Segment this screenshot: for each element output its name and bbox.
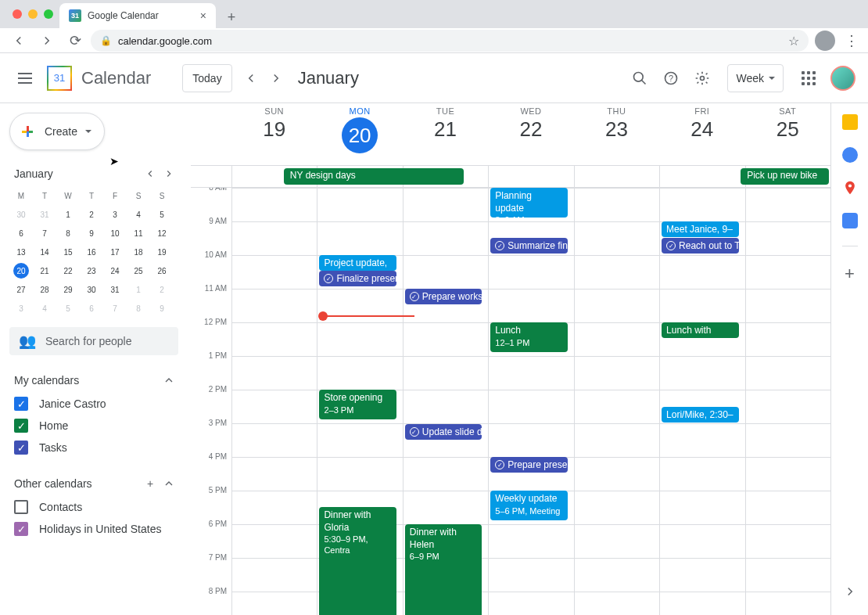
day-column[interactable]: Project update, 10Store opening2–3 PMDin…: [317, 188, 402, 615]
calendar-checkbox[interactable]: ✓: [14, 419, 28, 433]
mini-next-button[interactable]: [160, 164, 178, 183]
calendar-item[interactable]: ✓Tasks: [9, 437, 178, 459]
event[interactable]: Weekly update5–6 PM, Meeting r: [490, 491, 567, 520]
close-window-icon[interactable]: [13, 9, 22, 19]
mini-day-cell[interactable]: 16: [80, 243, 103, 261]
forward-button[interactable]: [34, 28, 59, 53]
event[interactable]: Dinner with Helen6–9 PM: [405, 524, 482, 615]
calendar-checkbox[interactable]: [14, 500, 28, 514]
mini-day-cell[interactable]: 7: [103, 299, 127, 318]
day-column[interactable]: [574, 188, 659, 615]
task-item[interactable]: ✓Reach out to To: [662, 238, 738, 254]
bookmark-star-icon[interactable]: ☆: [788, 34, 799, 49]
mini-day-cell[interactable]: 12: [150, 224, 174, 243]
mini-day-cell[interactable]: 6: [9, 224, 33, 243]
mini-day-cell[interactable]: 28: [33, 280, 56, 299]
window-controls[interactable]: [6, 0, 59, 28]
allday-cell[interactable]: [488, 166, 573, 187]
mini-day-cell[interactable]: 20: [13, 263, 29, 279]
view-selector[interactable]: Week: [727, 64, 784, 92]
search-people-input[interactable]: 👥 Search for people: [9, 327, 178, 355]
mini-day-cell[interactable]: 10: [103, 224, 127, 243]
hide-side-panel-button[interactable]: [843, 584, 857, 602]
event[interactable]: Lunch with Noah,: [662, 322, 738, 338]
day-column[interactable]: Planning update8–9 AM, ConferenceLunch12…: [488, 188, 573, 615]
mini-day-cell[interactable]: 30: [9, 205, 33, 224]
calendar-checkbox[interactable]: ✓: [14, 441, 28, 455]
mini-day-cell[interactable]: 11: [127, 224, 150, 243]
day-header[interactable]: TUE21: [403, 103, 488, 165]
calendar-checkbox[interactable]: ✓: [14, 397, 28, 411]
day-column[interactable]: [231, 188, 317, 615]
event[interactable]: Planning update8–9 AM, Conference: [490, 188, 567, 218]
calendar-item[interactable]: ✓Home: [9, 415, 178, 437]
today-button[interactable]: Today: [182, 64, 231, 92]
mini-calendar[interactable]: MTWTFSS303112345678910111213141516171819…: [9, 186, 178, 318]
mini-day-cell[interactable]: 4: [33, 299, 56, 318]
mini-day-cell[interactable]: 31: [103, 280, 127, 299]
maximize-window-icon[interactable]: [44, 9, 53, 19]
task-item[interactable]: ✓Prepare present: [490, 457, 567, 473]
reload-button[interactable]: ⟳: [63, 28, 88, 53]
event[interactable]: Lori/Mike, 2:30–3: [662, 407, 738, 423]
calendar-checkbox[interactable]: ✓: [14, 522, 28, 536]
mini-day-cell[interactable]: 7: [33, 224, 56, 243]
maps-icon[interactable]: [842, 180, 858, 196]
mini-day-cell[interactable]: 25: [127, 261, 150, 280]
day-column[interactable]: [745, 188, 830, 615]
mini-day-cell[interactable]: 5: [150, 205, 174, 224]
mini-day-cell[interactable]: 1: [127, 280, 150, 299]
day-header[interactable]: SAT25: [745, 103, 830, 165]
create-button[interactable]: Create: [9, 113, 105, 150]
mini-day-cell[interactable]: 29: [56, 280, 80, 299]
new-tab-button[interactable]: +: [221, 6, 242, 28]
task-item[interactable]: ✓Update slide de: [405, 424, 482, 440]
event[interactable]: Lunch12–1 PM: [490, 322, 567, 352]
mini-day-cell[interactable]: 9: [80, 224, 103, 243]
mini-day-cell[interactable]: 31: [33, 205, 56, 224]
task-item[interactable]: ✓Prepare worksh: [405, 289, 482, 304]
mini-day-cell[interactable]: 9: [150, 299, 174, 318]
chrome-profile-avatar[interactable]: [815, 31, 835, 51]
back-button[interactable]: [6, 28, 31, 53]
day-header[interactable]: THU23: [574, 103, 659, 165]
calendar-item[interactable]: ✓Janice Castro: [9, 393, 178, 415]
calendar-logo[interactable]: 31: [44, 63, 75, 94]
day-column[interactable]: Dinner with Helen6–9 PM✓Prepare worksh✓U…: [403, 188, 488, 615]
browser-tab[interactable]: 31 Google Calendar ×: [59, 3, 216, 28]
event[interactable]: Project update, 10: [319, 255, 396, 271]
add-addon-button[interactable]: +: [845, 264, 855, 284]
support-button[interactable]: ?: [655, 63, 687, 94]
account-avatar[interactable]: [830, 66, 855, 91]
mini-day-cell[interactable]: 14: [33, 243, 56, 261]
mini-day-cell[interactable]: 23: [80, 261, 103, 280]
mini-prev-button[interactable]: [141, 164, 160, 183]
tab-close-icon[interactable]: ×: [200, 9, 206, 22]
task-item[interactable]: ✓Finalize present: [319, 271, 396, 286]
next-period-button[interactable]: [264, 66, 289, 91]
calendar-item[interactable]: ✓Holidays in United States: [9, 518, 178, 540]
mini-day-cell[interactable]: 22: [56, 261, 80, 280]
allday-event[interactable]: Pick up new bike: [741, 168, 829, 185]
mini-day-cell[interactable]: 30: [80, 280, 103, 299]
search-button[interactable]: [624, 63, 655, 94]
mini-day-cell[interactable]: 4: [127, 205, 150, 224]
mini-day-cell[interactable]: 26: [150, 261, 174, 280]
day-header[interactable]: WED22: [488, 103, 573, 165]
contacts-icon[interactable]: [842, 213, 858, 228]
mini-day-cell[interactable]: 3: [9, 299, 33, 318]
mini-day-cell[interactable]: 8: [127, 299, 150, 318]
mini-day-cell[interactable]: 21: [33, 261, 56, 280]
mini-day-cell[interactable]: 5: [56, 299, 80, 318]
mini-day-cell[interactable]: 19: [150, 243, 174, 261]
mini-day-cell[interactable]: 1: [56, 205, 80, 224]
allday-event[interactable]: NY design days: [284, 168, 464, 185]
tasks-icon[interactable]: [842, 147, 858, 163]
allday-cell[interactable]: [574, 166, 659, 187]
add-other-calendar-button[interactable]: +: [141, 474, 160, 493]
calendar-item[interactable]: Contacts: [9, 496, 178, 518]
mini-day-cell[interactable]: 13: [9, 243, 33, 261]
chrome-menu-button[interactable]: ⋮: [841, 32, 862, 49]
minimize-window-icon[interactable]: [28, 9, 38, 19]
day-header[interactable]: FRI24: [659, 103, 744, 165]
